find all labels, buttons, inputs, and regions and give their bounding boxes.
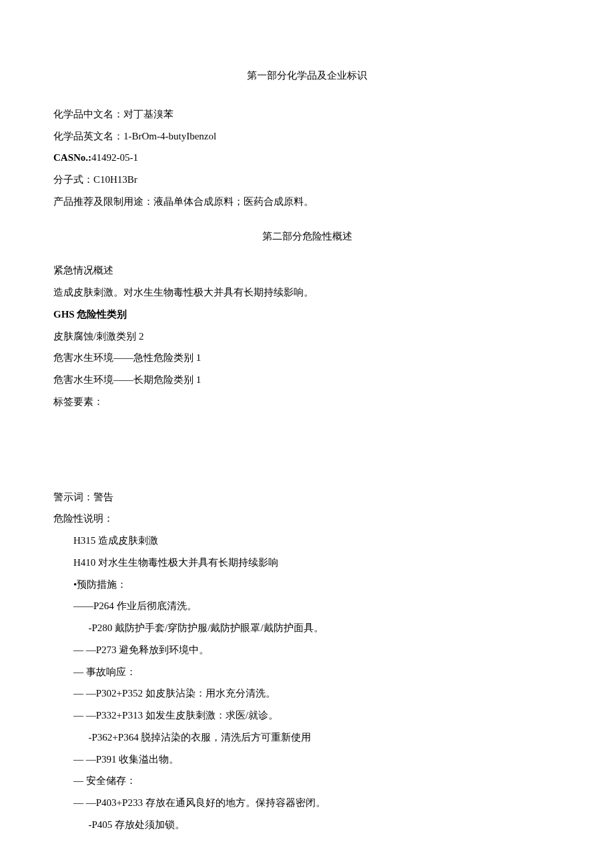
p362-line: -P362+P364 脱掉沾染的衣服，清洗后方可重新使用 [53,729,561,747]
p302-line: — —P302+P352 如皮肤沾染：用水充分清洗。 [53,685,561,703]
p280-line: -P280 戴防护手套/穿防护服/戴防护眼罩/戴防护面具。 [53,619,561,638]
emergency-text: 造成皮肤刺激。对水生生物毒性极大并具有长期持续影响。 [53,284,561,302]
label-elements: 标签要素： [53,393,561,412]
name-en-label: 化学品英文名： [53,131,123,141]
p332-line: — —P332+P313 如发生皮肤刺激：求医/就诊。 [53,707,561,725]
prevention-label: •预防措施： [53,576,561,594]
name-en-line: 化学品英文名：1-BrOm-4-butyIbenzol [53,127,561,146]
ghs-item-3: 危害水生环境——长期危险类别 1 [53,371,561,390]
cas-value: 41492-05-1 [91,152,138,163]
h315-line: H315 造成皮肤刺激 [53,532,561,550]
section2-title: 第二部分危险性概述 [53,228,561,246]
formula-line: 分子式：C10H13Br [53,171,561,189]
ghs-item-1: 皮肤腐蚀/刺激类别 2 [53,328,561,346]
storage-label: — 安全储存： [53,772,561,791]
signal-word-line: 警示词：警告 [53,488,561,507]
p391-line: — —P391 收集溢出物。 [53,751,561,769]
name-en-value: 1-BrOm-4-butyIbenzol [123,131,216,141]
usage-label: 产品推荐及限制用途： [53,196,154,207]
ghs-item-2: 危害水生环境——急性危险类别 1 [53,349,561,368]
usage-value: 液晶单体合成原料；医药合成原料。 [154,196,314,207]
p403-line: — —P403+P233 存放在通风良好的地方。保持容器密闭。 [53,794,561,813]
signal-word-value: 警告 [93,492,113,502]
p273-line: — —P273 避免释放到环境中。 [53,641,561,660]
p264-line: ——P264 作业后彻底清洗。 [53,597,561,616]
name-cn-label: 化学品中文名： [53,109,123,119]
pictogram-placeholder [53,415,561,488]
cas-label: CASNo.: [53,152,91,163]
cas-line: CASNo.:41492-05-1 [53,149,561,167]
response-label: — 事故响应： [53,663,561,682]
section2-content: 紧急情况概述 造成皮肤刺激。对水生生物毒性极大并具有长期持续影响。 GHS 危险… [53,262,561,834]
p405-line: -P405 存放处须加锁。 [53,816,561,835]
hazard-label: 危险性说明： [53,510,561,528]
usage-line: 产品推荐及限制用途：液晶单体合成原料；医药合成原料。 [53,193,561,211]
name-cn-line: 化学品中文名：对丁基溴苯 [53,105,561,124]
h410-line: H410 对水生生物毒性极大并具有长期持续影响 [53,554,561,572]
section1-title: 第一部分化学品及企业标识 [53,67,561,85]
formula-value: C10H13Br [93,174,137,185]
ghs-label: GHS 危险性类别 [53,306,561,324]
section1-content: 化学品中文名：对丁基溴苯 化学品英文名：1-BrOm-4-butyIbenzol… [53,105,561,211]
name-cn-value: 对丁基溴苯 [123,109,174,119]
formula-label: 分子式： [53,174,93,185]
signal-word-label: 警示词： [53,492,93,502]
emergency-label: 紧急情况概述 [53,262,561,280]
